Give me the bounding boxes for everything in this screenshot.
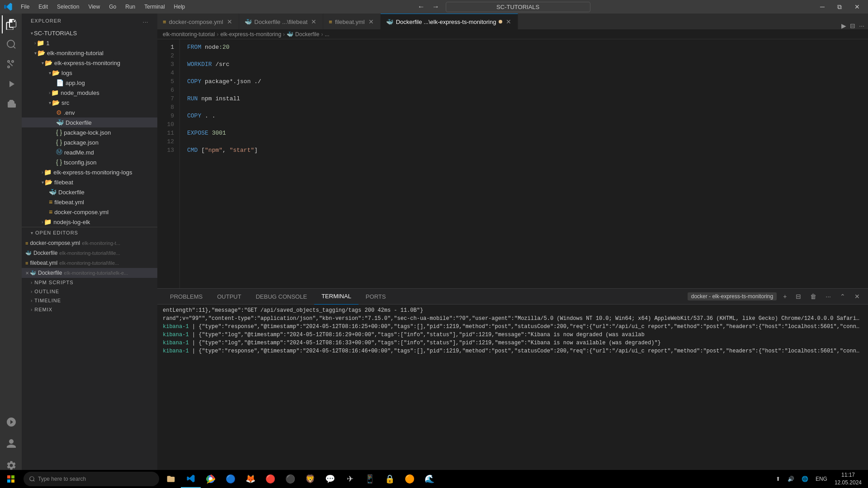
run-icon[interactable]: ▶: [841, 22, 846, 29]
global-search-input[interactable]: [446, 2, 590, 12]
sidebar-item-search[interactable]: [2, 35, 20, 53]
tree-item-nodejs-log-elk[interactable]: › 📁 nodejs-log-elk: [22, 217, 157, 227]
tree-item-dockerfile-active[interactable]: 🐳 Dockerfile: [22, 117, 157, 127]
kill-terminal-button[interactable]: 🗑: [807, 292, 819, 301]
tree-item-package-json[interactable]: { } package.json: [22, 137, 157, 147]
breadcrumb-item-2[interactable]: elk-express-ts-monitoring: [220, 31, 281, 38]
tree-item-elk-express[interactable]: ▾ 📂 elk-express-ts-monitoring: [22, 58, 157, 68]
tree-item-package-lock[interactable]: { } package-lock.json: [22, 127, 157, 137]
add-terminal-button[interactable]: +: [780, 292, 789, 301]
tab-docker-compose[interactable]: ≡ docker-compose.yml ✕: [157, 14, 239, 29]
window-restore-button[interactable]: ⧉: [833, 1, 846, 13]
menu-terminal[interactable]: Terminal: [140, 2, 169, 12]
more-actions-icon[interactable]: ···: [859, 22, 864, 29]
tree-item-filebeat[interactable]: ▾ 📂 filebeat: [22, 177, 157, 187]
taskbar-icon-lock[interactable]: 🔒: [380, 470, 400, 488]
terminal-content[interactable]: entLength":11},"message":"GET /api/saved…: [157, 305, 868, 478]
taskbar-icon-opera[interactable]: 🔴: [260, 470, 280, 488]
tree-item-app-log[interactable]: 📄 app.log: [22, 78, 157, 88]
menu-file[interactable]: File: [16, 2, 34, 12]
tray-clock[interactable]: 11:17 12.05.2024: [832, 470, 864, 488]
menu-edit[interactable]: Edit: [34, 2, 52, 12]
tab-close-filebeat-yml[interactable]: ✕: [368, 17, 375, 26]
tree-item-node-modules[interactable]: › 📁 node_modules: [22, 88, 157, 98]
taskbar-icon-firefox[interactable]: 🦊: [241, 470, 260, 488]
tree-item-docker-compose-filebeat[interactable]: ≡ docker-compose.yml: [22, 207, 157, 217]
sidebar-item-extensions[interactable]: [2, 95, 20, 113]
tree-item-readme[interactable]: Ⓜ readMe.md: [22, 147, 157, 157]
taskbar-icon-brave[interactable]: 🦁: [300, 470, 320, 488]
tray-network[interactable]: 🌐: [799, 470, 811, 488]
tree-item-logs[interactable]: ▾ 📂 logs: [22, 68, 157, 78]
split-editor-icon[interactable]: ⊟: [850, 22, 855, 29]
breadcrumb-item-4[interactable]: ...: [325, 31, 329, 38]
window-minimize-button[interactable]: ─: [816, 1, 829, 12]
terminal-more-button[interactable]: ···: [823, 292, 834, 301]
remix-section[interactable]: › REMIX: [22, 305, 157, 314]
tree-item-filebeat-yml[interactable]: ≡ filebeat.yml: [22, 197, 157, 207]
tab-ports[interactable]: PORTS: [359, 289, 393, 305]
menu-run[interactable]: Run: [121, 2, 140, 12]
breadcrumb-item-1[interactable]: elk-monitoring-tutorial: [163, 31, 215, 38]
taskbar-icon-messenger[interactable]: 💬: [320, 470, 340, 488]
tree-item-src[interactable]: ▾ 📂 src: [22, 98, 157, 108]
taskbar-search-box[interactable]: Type here to search: [24, 472, 159, 486]
taskbar-start-button[interactable]: [0, 470, 22, 488]
sidebar-item-explorer[interactable]: [2, 15, 20, 33]
open-editor-filebeat-yml[interactable]: ≡ filebeat.yml elk-monitoring-tutorial\f…: [22, 258, 157, 268]
tree-item-elk-monitoring[interactable]: ▾ 📂 elk-monitoring-tutorial: [22, 48, 157, 58]
tree-item-elk-logs[interactable]: › 📁 elk-express-ts-monitoring-logs: [22, 167, 157, 177]
code-content[interactable]: FROM node:20 WORKDIR /src COPY package*.…: [180, 39, 868, 288]
taskbar-icon-viber[interactable]: 📱: [360, 470, 380, 488]
tray-volume[interactable]: 🔊: [785, 470, 797, 488]
taskbar-icon-edge[interactable]: 🔵: [221, 470, 241, 488]
tab-close-docker-compose[interactable]: ✕: [226, 17, 233, 26]
breadcrumb-item-3[interactable]: Dockerfile: [295, 31, 319, 38]
tree-item-tsconfig[interactable]: { } tsconfig.json: [22, 157, 157, 167]
taskbar-icon-chrome[interactable]: [201, 470, 221, 488]
tab-dockerfile-active[interactable]: 🐳 Dockerfile ...\elk-express-ts-monitori…: [381, 14, 519, 29]
tab-close-dockerfile-filebeat[interactable]: ✕: [310, 17, 317, 26]
menu-go[interactable]: Go: [104, 2, 121, 12]
nav-forward-button[interactable]: →: [429, 2, 442, 12]
open-editor-dockerfile-filebeat[interactable]: 🐳 Dockerfile elk-monitoring-tutorial\fil…: [22, 248, 157, 258]
menu-selection[interactable]: Selection: [52, 2, 84, 12]
outline-section[interactable]: › OUTLINE: [22, 287, 157, 296]
sidebar-item-source-control[interactable]: [2, 55, 20, 73]
tree-item-filebeat-dockerfile[interactable]: 🐳 Dockerfile: [22, 187, 157, 197]
tab-close-dockerfile-active[interactable]: ✕: [505, 17, 512, 26]
tree-item-root[interactable]: ▾ SC-TUTORIALS: [22, 28, 157, 38]
close-icon[interactable]: ✕: [25, 271, 29, 276]
npm-scripts-section[interactable]: › NPM SCRIPTS: [22, 278, 157, 287]
tray-language[interactable]: ENG: [813, 470, 830, 488]
tab-dockerfile-filebeat[interactable]: 🐳 Dockerfile ...\filebeat ✕: [239, 14, 324, 29]
split-terminal-button[interactable]: ⊟: [793, 292, 804, 301]
tree-item-env[interactable]: ⚙ .env: [22, 108, 157, 117]
open-editor-dockerfile-active[interactable]: ✕ 🐳 Dockerfile elk-monitoring-tutorial\e…: [22, 268, 157, 278]
menu-help[interactable]: Help: [170, 2, 190, 12]
timeline-section[interactable]: › TIMELINE: [22, 296, 157, 305]
taskbar-icon-arc[interactable]: ⚫: [280, 470, 300, 488]
taskbar-icon-telegram[interactable]: ✈: [340, 470, 360, 488]
taskbar-icon-browser7[interactable]: 🌊: [420, 470, 439, 488]
tab-terminal[interactable]: TERMINAL: [314, 289, 359, 305]
tree-item-1[interactable]: › 📁 1: [22, 38, 157, 48]
sidebar-item-run-debug[interactable]: [2, 75, 20, 93]
open-editors-header[interactable]: ▾ OPEN EDITORS: [22, 227, 157, 238]
code-editor[interactable]: 1 2 3 4 5 6 7 8 9 10 11 12 13 FROM node:…: [157, 39, 868, 288]
taskbar-icon-app2[interactable]: 🟠: [400, 470, 420, 488]
sidebar-more-actions[interactable]: ...: [143, 18, 148, 23]
window-close-button[interactable]: ✕: [850, 1, 864, 12]
taskbar-icon-explorer[interactable]: [161, 470, 181, 488]
menu-view[interactable]: View: [84, 2, 104, 12]
open-editor-docker-compose[interactable]: ≡ docker-compose.yml elk-monitoring-t...: [22, 238, 157, 248]
tab-output[interactable]: OUTPUT: [210, 289, 248, 305]
terminal-close-button[interactable]: ✕: [852, 292, 863, 301]
tab-debug-console[interactable]: DEBUG CONSOLE: [249, 289, 314, 305]
taskbar-icon-vscode[interactable]: [181, 470, 201, 488]
tab-problems[interactable]: PROBLEMS: [163, 289, 210, 305]
terminal-maximize-button[interactable]: ⌃: [837, 292, 848, 301]
sidebar-item-remote[interactable]: [2, 413, 20, 431]
tab-filebeat-yml[interactable]: ≡ filebeat.yml ✕: [323, 14, 380, 29]
nav-back-button[interactable]: ←: [415, 2, 428, 12]
